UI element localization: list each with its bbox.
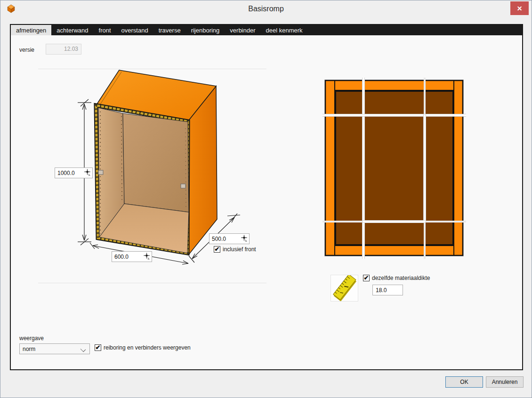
pick-point-icon[interactable] bbox=[83, 169, 91, 177]
tab-front[interactable]: front bbox=[94, 25, 116, 35]
width-input[interactable] bbox=[112, 254, 143, 260]
versie-label: versie bbox=[19, 47, 34, 53]
weergave-dropdown[interactable]: norm bbox=[19, 343, 90, 354]
tab-achterwand[interactable]: achterwand bbox=[51, 25, 93, 35]
tab-rijenboring[interactable]: rijenboring bbox=[186, 25, 225, 35]
include-front-label: inclusief front bbox=[223, 246, 256, 253]
close-icon: ✕ bbox=[517, 5, 523, 12]
tab-afmetingen[interactable]: afmetingen bbox=[11, 25, 51, 35]
thickness-input[interactable] bbox=[372, 285, 403, 295]
window-title: Basisromp bbox=[0, 5, 532, 13]
height-input-group bbox=[55, 167, 93, 178]
versie-field: 12.03 bbox=[46, 44, 81, 55]
title-bar: Basisromp ✕ bbox=[0, 0, 532, 19]
close-button[interactable]: ✕ bbox=[510, 1, 529, 15]
depth-input-group bbox=[209, 233, 250, 244]
tab-overstand[interactable]: overstand bbox=[116, 25, 153, 35]
cancel-button[interactable]: Annuleren bbox=[486, 376, 524, 388]
tab-traverse[interactable]: traverse bbox=[153, 25, 186, 35]
include-front-row: ✔ inclusief front bbox=[214, 246, 256, 253]
height-input[interactable] bbox=[55, 170, 83, 176]
pick-point-icon[interactable] bbox=[240, 235, 248, 243]
ruler-icon bbox=[331, 275, 358, 301]
chevron-down-icon bbox=[81, 347, 86, 352]
weergave-selected-value: norm bbox=[23, 346, 35, 352]
include-front-checkbox[interactable]: ✔ bbox=[214, 246, 220, 253]
show-fittings-row: ✔ reiboring en verbinders weergeven bbox=[95, 344, 191, 351]
connector-icon-right bbox=[181, 184, 185, 188]
dialog-window: Basisromp ✕ afmetingen achterwand front … bbox=[0, 0, 532, 398]
depth-input[interactable] bbox=[210, 236, 240, 242]
show-fittings-label: reiboring en verbinders weergeven bbox=[104, 344, 191, 351]
tab-verbinder[interactable]: verbinder bbox=[225, 25, 260, 35]
connector-icon-left bbox=[98, 170, 103, 175]
separator-bottom bbox=[38, 283, 266, 283]
cross-section-view bbox=[322, 78, 466, 259]
same-thickness-row: ✔ dezelfde materiaaldikte bbox=[363, 275, 430, 281]
width-input-group bbox=[112, 251, 152, 262]
cabinet-back-panel bbox=[123, 113, 189, 212]
weergave-label: weergave bbox=[19, 335, 44, 342]
show-fittings-checkbox[interactable]: ✔ bbox=[95, 344, 101, 351]
same-thickness-label: dezelfde materiaaldikte bbox=[372, 275, 430, 281]
tab-deel-kenmerk[interactable]: deel kenmerk bbox=[261, 25, 308, 35]
ok-button[interactable]: OK bbox=[445, 376, 483, 388]
same-thickness-checkbox[interactable]: ✔ bbox=[363, 275, 370, 281]
ruler-icon-box bbox=[330, 275, 358, 302]
tab-bar: afmetingen achterwand front overstand tr… bbox=[10, 24, 523, 35]
pick-point-icon[interactable] bbox=[143, 253, 151, 261]
